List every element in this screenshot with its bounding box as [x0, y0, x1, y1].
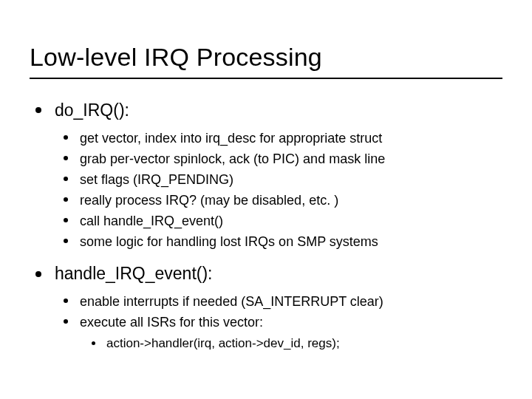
list-item: call handle_IRQ_event() — [62, 211, 502, 231]
section-heading: do_IRQ(): — [55, 100, 129, 120]
list-item: execute all ISRs for this vector: action… — [62, 313, 502, 353]
list-item: grab per-vector spinlock, ack (to PIC) a… — [62, 149, 502, 168]
list-item: handle_IRQ_event(): enable interrupts if… — [34, 263, 502, 353]
list-item: get vector, index into irq_desc for appr… — [62, 129, 502, 148]
list-item: set flags (IRQ_PENDING) — [62, 170, 502, 189]
list-item: do_IRQ(): get vector, index into irq_des… — [34, 100, 502, 251]
list-item-text: execute all ISRs for this vector: — [80, 315, 263, 330]
bullet-list-level2: get vector, index into irq_desc for appr… — [62, 129, 502, 252]
list-item: action->handler(irq, action->dev_id, reg… — [90, 335, 502, 353]
bullet-list-level3: action->handler(irq, action->dev_id, reg… — [90, 335, 502, 353]
slide-title: Low-level IRQ Processing — [30, 43, 502, 72]
list-item: enable interrupts if needed (SA_INTERRUP… — [62, 292, 502, 311]
section-heading: handle_IRQ_event(): — [55, 264, 213, 283]
title-underline — [30, 78, 502, 79]
list-item: really process IRQ? (may be disabled, et… — [62, 191, 502, 210]
list-item: some logic for handling lost IRQs on SMP… — [62, 232, 502, 251]
slide: Low-level IRQ Processing do_IRQ(): get v… — [0, 0, 532, 399]
bullet-list-level2: enable interrupts if needed (SA_INTERRUP… — [62, 292, 502, 353]
bullet-list-level1: do_IRQ(): get vector, index into irq_des… — [34, 100, 502, 353]
